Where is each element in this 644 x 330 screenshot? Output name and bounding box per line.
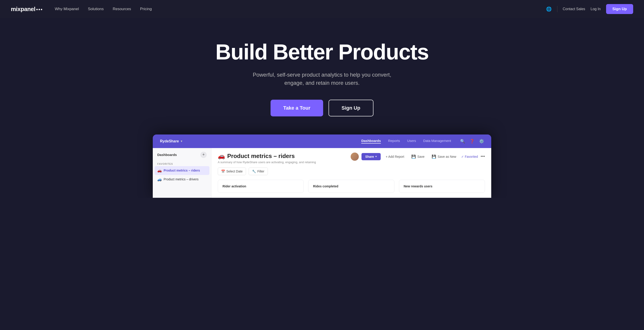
save-icon: 💾 <box>411 154 416 159</box>
logo-dot-2 <box>38 9 40 10</box>
help-icon[interactable]: ❓ <box>470 139 474 144</box>
sidebar-add-button[interactable]: + <box>200 152 207 158</box>
select-date-button[interactable]: 📅 Select Date <box>218 168 246 175</box>
metric-card-rides-completed-title: Rides completed <box>313 185 390 188</box>
settings-icon[interactable]: ⚙️ <box>479 139 484 144</box>
tab-users[interactable]: Users <box>407 139 416 143</box>
save-label: Save <box>417 155 424 158</box>
main-content: 🚗 Product metrics – riders A summary of … <box>212 148 491 198</box>
topbar-icons: 🔍 ❓ ⚙️ <box>460 139 484 144</box>
nav-right: 🌐 Contact Sales Log In Sign Up <box>546 4 633 14</box>
dashboard-window: RydeShare ▼ Dashboards Reports Users Dat… <box>153 134 491 198</box>
save-as-new-icon: 💾 <box>432 154 436 159</box>
nav-resources[interactable]: Resources <box>112 7 131 11</box>
app-topbar: RydeShare ▼ Dashboards Reports Users Dat… <box>153 134 491 148</box>
sidebar: Dashboards + FAVORITES 🚗 Product metrics… <box>153 148 212 198</box>
sidebar-item-riders[interactable]: 🚗 Product metrics – riders <box>154 166 210 175</box>
favorited-button[interactable]: ✓ Favorited <box>461 155 478 158</box>
drivers-icon: 🚙 <box>157 177 162 182</box>
org-chevron-icon: ▼ <box>180 140 183 143</box>
dashboard-header: 🚗 Product metrics – riders A summary of … <box>218 152 485 164</box>
hero-signup-button[interactable]: Sign Up <box>328 100 374 116</box>
tab-reports[interactable]: Reports <box>388 139 400 143</box>
metric-card-new-rewards-users-title: New rewards users <box>404 185 480 188</box>
app-content: Dashboards + FAVORITES 🚗 Product metrics… <box>153 148 491 198</box>
metric-card-rider-activation-title: Rider activation <box>222 185 299 188</box>
sidebar-title: Dashboards <box>157 153 177 157</box>
metric-card-new-rewards-users: New rewards users <box>399 180 485 193</box>
sidebar-favorites-label: FAVORITES <box>153 161 211 166</box>
logo[interactable]: mixpanel <box>11 6 42 13</box>
sidebar-item-riders-label: Product metrics – riders <box>164 169 200 172</box>
save-as-new-label: Save as New <box>438 155 456 158</box>
tab-dashboards[interactable]: Dashboards <box>361 139 381 143</box>
filter-icon: 🔧 <box>252 170 256 173</box>
filter-label: Filter <box>257 170 264 173</box>
sidebar-header: Dashboards + <box>153 152 211 161</box>
search-icon[interactable]: 🔍 <box>460 139 465 144</box>
dashboard-actions: Share ▼ + Add Report 💾 Save 💾 Save a <box>351 152 485 161</box>
more-options-button[interactable]: ••• <box>481 154 485 159</box>
hero-buttons: Take a Tour Sign Up <box>9 100 635 116</box>
logo-text: mixpanel <box>11 6 36 13</box>
sidebar-item-drivers[interactable]: 🚙 Product metrics – drivers <box>153 175 211 184</box>
hero-subtitle: Powerful, self-serve product analytics t… <box>243 71 401 87</box>
share-label: Share <box>365 155 374 158</box>
dashboard-title-area: 🚗 Product metrics – riders A summary of … <box>218 152 351 164</box>
dashboard-preview: RydeShare ▼ Dashboards Reports Users Dat… <box>0 134 644 198</box>
add-report-label: + Add Report <box>386 155 404 158</box>
avatar-image <box>351 152 359 161</box>
nav-pricing[interactable]: Pricing <box>140 7 152 11</box>
dashboard-title-text: Product metrics – riders <box>227 152 295 159</box>
add-report-button[interactable]: + Add Report <box>384 153 406 160</box>
logo-dot-3 <box>41 9 42 10</box>
org-selector[interactable]: RydeShare ▼ <box>160 139 183 143</box>
dashboard-filters: 📅 Select Date 🔧 Filter <box>218 168 485 175</box>
sidebar-item-drivers-label: Product metrics – drivers <box>164 178 198 181</box>
favorited-label: ✓ Favorited <box>461 155 478 158</box>
metric-card-rides-completed: Rides completed <box>308 180 394 193</box>
hero-section: Build Better Products Powerful, self-ser… <box>0 18 644 134</box>
org-name: RydeShare <box>160 139 179 143</box>
globe-icon[interactable]: 🌐 <box>546 6 552 12</box>
calendar-icon: 📅 <box>221 170 225 173</box>
hero-title: Build Better Products <box>9 41 635 64</box>
app-nav-tabs: Dashboards Reports Users Data Management <box>361 139 451 143</box>
filter-button[interactable]: 🔧 Filter <box>249 168 268 175</box>
share-button[interactable]: Share ▼ <box>362 153 381 160</box>
take-a-tour-button[interactable]: Take a Tour <box>270 100 323 116</box>
avatar <box>351 152 359 161</box>
nav-links: Why Mixpanel Solutions Resources Pricing <box>55 7 546 11</box>
contact-sales-link[interactable]: Contact Sales <box>563 7 585 11</box>
log-in-link[interactable]: Log In <box>590 7 600 11</box>
riders-icon: 🚗 <box>157 169 162 173</box>
save-button[interactable]: 💾 Save <box>409 153 427 160</box>
logo-dots <box>36 9 42 10</box>
logo-dot-1 <box>36 9 38 10</box>
save-as-new-button[interactable]: 💾 Save as New <box>430 153 458 160</box>
nav-signup-button[interactable]: Sign Up <box>606 4 633 14</box>
share-chevron-icon: ▼ <box>375 155 377 158</box>
tab-data-management[interactable]: Data Management <box>423 139 451 143</box>
nav-solutions[interactable]: Solutions <box>88 7 104 11</box>
dashboard-title: 🚗 Product metrics – riders <box>218 152 351 159</box>
metric-card-rider-activation: Rider activation <box>218 180 304 193</box>
select-date-label: Select Date <box>226 170 242 173</box>
dashboard-subtitle: A summary of how RydeShare users are act… <box>218 160 351 164</box>
dashboard-metric-cards: Rider activation Rides completed New rew… <box>218 180 485 193</box>
nav-why-mixpanel[interactable]: Why Mixpanel <box>55 7 79 11</box>
main-nav: mixpanel Why Mixpanel Solutions Resource… <box>0 0 644 18</box>
dashboard-title-icon: 🚗 <box>218 152 225 159</box>
